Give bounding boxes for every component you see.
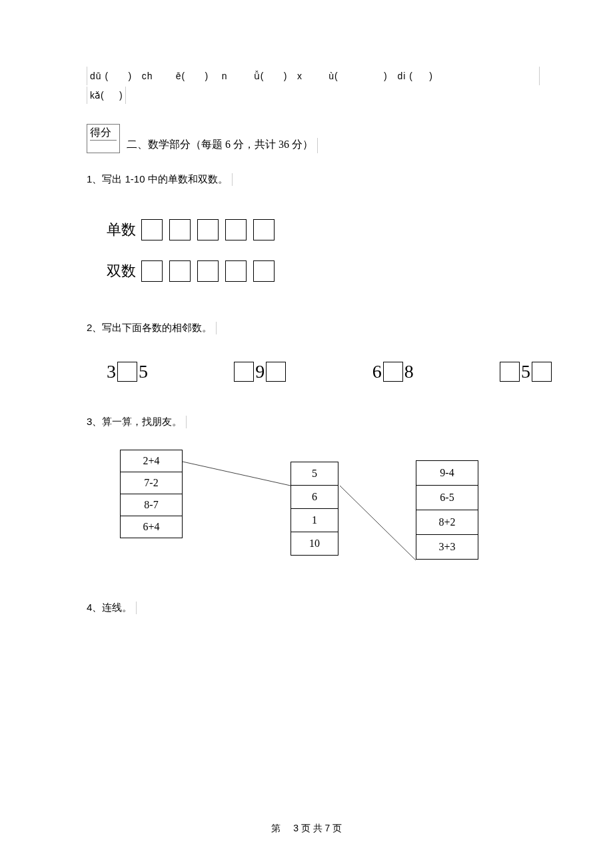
pinyin-line2: kǎ( ) [87,87,126,104]
match-cell: 1 [291,509,338,532]
num-5: 5 [139,361,148,382]
odd-row: 单数 [107,219,540,240]
footer-page: 3 页 共 7 页 [293,823,342,833]
match-col3: 9-4 6-5 8+2 3+3 [416,460,478,560]
even-box[interactable] [141,260,163,282]
match-cell: 2+4 [121,450,182,472]
neighbor-box[interactable] [266,362,286,382]
match-col1: 2+4 7-2 8-7 6+4 [120,450,183,538]
neighbor-group-2: 9 [233,361,287,382]
match-cell: 3+3 [416,535,478,559]
match-cell: 6 [291,486,338,509]
match-cell: 6-5 [416,486,478,510]
even-box[interactable] [225,260,247,282]
score-label: 得分 [90,127,111,138]
neighbor-group-4: 5 [498,361,553,382]
match-cell: 5 [291,462,338,486]
odd-even-boxes: 单数 双数 [107,219,540,282]
neighbor-box[interactable] [117,362,137,382]
neighbor-box[interactable] [500,362,520,382]
even-box[interactable] [169,260,191,282]
odd-label: 单数 [107,220,136,240]
odd-box[interactable] [169,219,191,240]
num-8: 8 [404,361,414,382]
odd-box[interactable] [197,219,219,240]
match-section: 2+4 7-2 8-7 6+4 5 6 1 10 9-4 6-5 8+2 3+3 [120,448,540,588]
section2-title: 二、数学部分（每题 6 分，共计 36 分） [127,138,318,153]
even-box[interactable] [253,260,275,282]
neighbor-group-1: 3 5 [107,361,148,382]
svg-line-0 [183,462,291,486]
num-3: 3 [107,361,116,382]
match-cell: 10 [291,532,338,555]
even-box[interactable] [197,260,219,282]
match-cell: 9-4 [416,461,478,486]
question4-text: 4、连线。 [87,602,137,614]
question3-text: 3、算一算，找朋友。 [87,416,187,428]
svg-line-1 [340,486,416,560]
even-row: 双数 [107,260,540,282]
even-label: 双数 [107,261,136,281]
num-9: 9 [255,361,265,382]
question1-text: 1、写出 1-10 中的单数和双数。 [87,173,233,186]
question2-text: 2、写出下面各数的相邻数。 [87,322,217,334]
match-cell: 8-7 [121,494,182,516]
footer-prefix: 第 [271,823,281,833]
num-6: 6 [372,361,382,382]
score-box: 得分 [87,124,120,153]
match-cell: 7-2 [121,472,182,494]
odd-box[interactable] [253,219,275,240]
neighbor-box[interactable] [234,362,254,382]
match-cell: 6+4 [121,516,182,538]
odd-box[interactable] [141,219,163,240]
pinyin-line1: dū ( ) ch ē( ) n ǚ( ) x ù( ) di ( ) [87,67,540,85]
page-footer: 第 3 页 共 7 页 [0,823,613,835]
neighbor-box[interactable] [532,362,552,382]
neighbor-group-3: 6 8 [372,361,414,382]
neighbor-box[interactable] [383,362,403,382]
match-col2: 5 6 1 10 [291,462,338,556]
odd-box[interactable] [225,219,247,240]
neighbor-row: 3 5 9 6 8 5 [107,361,553,382]
match-cell: 8+2 [416,510,478,535]
num-5b: 5 [521,361,530,382]
